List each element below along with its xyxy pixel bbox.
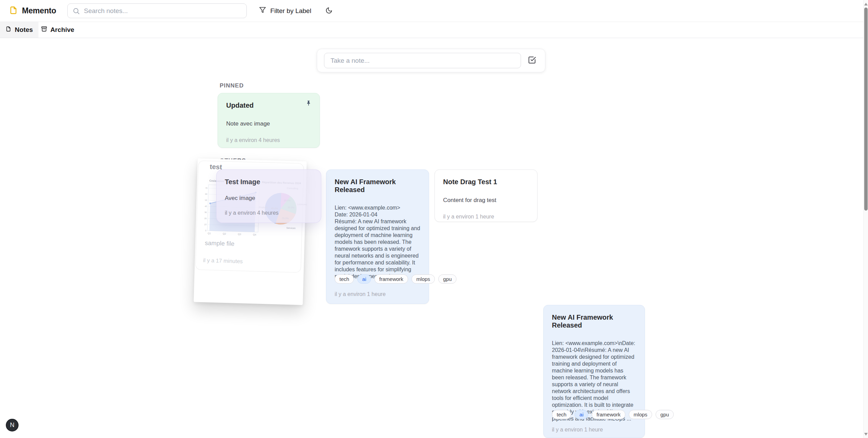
tag-pill[interactable]: gpu <box>438 274 456 284</box>
tag-pill[interactable]: tech <box>335 274 354 284</box>
search-input[interactable] <box>67 3 247 18</box>
search-icon <box>72 7 80 16</box>
note-card-drag-test-1[interactable]: Note Drag Test 1 Content for drag test i… <box>435 169 537 222</box>
note-attachment-label: sample file <box>205 239 235 247</box>
logo-file-icon <box>9 6 18 16</box>
svg-text:Q2: Q2 <box>223 233 226 235</box>
svg-text:Q1: Q1 <box>208 232 211 235</box>
user-avatar-button[interactable]: N <box>6 419 19 431</box>
tab-archive[interactable]: Archive <box>38 22 77 38</box>
avatar-initial: N <box>10 422 14 429</box>
note-card-updated[interactable]: Updated Note avec image il y a environ 4… <box>218 93 320 148</box>
scrollbar-thumb[interactable] <box>864 8 868 211</box>
dark-mode-toggle[interactable] <box>322 3 336 18</box>
svg-text:50: 50 <box>205 199 208 201</box>
pin-button[interactable] <box>303 98 314 109</box>
file-icon <box>5 26 11 34</box>
tag-list: tech ai framework mlops gpu <box>335 274 456 284</box>
new-checklist-button[interactable] <box>526 55 538 67</box>
checkbox-icon <box>528 56 536 65</box>
tag-pill-active[interactable]: ai <box>357 274 371 284</box>
app-logo: Memento <box>9 6 56 16</box>
note-title: Note Drag Test 1 <box>443 178 529 186</box>
section-label-pinned: PINNED <box>220 82 244 89</box>
note-card-ai-framework-preview[interactable]: New AI Framework Released Lien: <www.exa… <box>543 305 645 438</box>
archive-icon <box>41 26 47 34</box>
note-title: New AI Framework Released <box>335 178 420 194</box>
note-timestamp: il y a 17 minutes <box>203 257 243 264</box>
note-timestamp: il y a environ 1 heure <box>443 214 529 220</box>
note-body: Note avec image <box>226 120 311 127</box>
funnel-icon <box>259 7 266 15</box>
svg-text:40: 40 <box>205 205 207 207</box>
filter-by-label-button[interactable]: Filter by Label <box>254 3 316 18</box>
moon-icon <box>325 7 333 15</box>
note-body: Content for drag test <box>443 197 529 204</box>
app-header: Memento Filter by Label <box>0 0 868 22</box>
tag-pill[interactable]: gpu <box>656 410 674 419</box>
note-timestamp: il y a environ 1 heure <box>335 291 386 297</box>
note-timestamp: il y a environ 4 heures <box>226 137 311 143</box>
note-body: Lien: <www.example.com> Date: 2026-01-04… <box>335 204 420 280</box>
tag-pill[interactable]: mlops <box>412 274 435 284</box>
filter-by-label-text: Filter by Label <box>270 7 311 15</box>
note-composer <box>317 49 545 72</box>
svg-text:70: 70 <box>205 187 208 189</box>
tag-list: tech ai framework mlops gpu <box>552 410 674 419</box>
svg-text:20: 20 <box>204 217 207 220</box>
memento-app: Memento Filter by Label <box>0 0 868 438</box>
scrollbar-up-arrow[interactable] <box>864 2 868 6</box>
scrollbar-down-arrow[interactable] <box>864 432 868 436</box>
svg-text:30: 30 <box>205 211 207 213</box>
note-card-ai-framework[interactable]: New AI Framework Released Lien: <www.exa… <box>326 169 429 304</box>
note-card-test-image-drag-overlay[interactable]: Test Image Avec image il y a environ 4 h… <box>216 169 321 223</box>
svg-text:10: 10 <box>204 224 207 226</box>
note-title: Test Image <box>225 178 313 186</box>
page-title: Memento <box>22 6 56 15</box>
tag-pill[interactable]: framework <box>592 410 625 419</box>
tag-pill[interactable]: framework <box>374 274 408 284</box>
note-title: Updated <box>226 102 311 109</box>
tag-pill[interactable]: tech <box>552 410 571 419</box>
svg-text:0: 0 <box>205 229 207 232</box>
tab-bar: Notes Archive <box>0 22 868 38</box>
note-body: Avec image <box>225 195 313 202</box>
note-title: New AI Framework Released <box>552 313 636 329</box>
svg-text:60: 60 <box>205 193 208 195</box>
vertical-scrollbar <box>863 0 868 438</box>
tag-pill-active[interactable]: ai <box>575 410 588 419</box>
tag-pill[interactable]: mlops <box>629 410 652 419</box>
tab-notes-label: Notes <box>15 26 33 34</box>
tab-notes[interactable]: Notes <box>0 22 38 38</box>
note-timestamp: il y a environ 4 heures <box>225 210 313 216</box>
take-a-note-input[interactable] <box>324 53 521 68</box>
pin-icon <box>305 100 312 108</box>
note-timestamp: il y a environ 1 heure <box>552 427 603 433</box>
search-box <box>67 3 247 18</box>
svg-text:Q4: Q4 <box>253 233 256 236</box>
svg-text:Q3: Q3 <box>238 233 241 236</box>
pie-label: Services <box>286 227 296 229</box>
tab-archive-label: Archive <box>50 26 74 34</box>
